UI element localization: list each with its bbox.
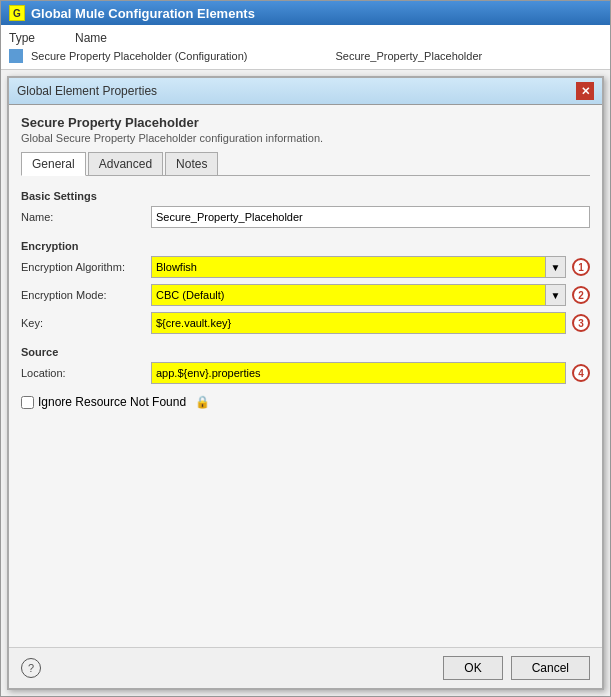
tab-notes[interactable]: Notes [165, 152, 218, 175]
close-button[interactable]: ✕ [576, 82, 594, 100]
key-label: Key: [21, 317, 151, 329]
dialog-main-title: Secure Property Placeholder [21, 115, 590, 130]
inner-dialog-title: Global Element Properties [17, 84, 157, 98]
location-input[interactable] [151, 362, 566, 384]
mode-dropdown-wrapper: ▼ [151, 284, 566, 306]
inner-title-bar: Global Element Properties ✕ [9, 78, 602, 105]
table-header: Type Name [9, 29, 602, 47]
cancel-button[interactable]: Cancel [511, 656, 590, 680]
algorithm-badge: 1 [572, 258, 590, 276]
name-column-header: Name [75, 31, 107, 45]
table-row[interactable]: Secure Property Placeholder (Configurati… [9, 47, 602, 65]
dialog-content: Secure Property Placeholder Global Secur… [9, 105, 602, 647]
tabs-container: General Advanced Notes [21, 152, 590, 176]
ignore-label: Ignore Resource Not Found [38, 395, 186, 409]
ignore-checkbox[interactable] [21, 396, 34, 409]
location-badge: 4 [572, 364, 590, 382]
location-row: Location: 4 [21, 362, 590, 384]
algorithm-input[interactable] [151, 256, 546, 278]
ignore-row: Ignore Resource Not Found 🔒 [21, 394, 590, 410]
type-badge-icon [9, 49, 23, 63]
lock-icon: 🔒 [194, 394, 210, 410]
outer-title-bar: G Global Mule Configuration Elements [1, 1, 610, 25]
algorithm-dropdown-arrow[interactable]: ▼ [546, 256, 566, 278]
encryption-label: Encryption [21, 240, 590, 252]
name-input[interactable] [151, 206, 590, 228]
algorithm-label: Encryption Algorithm: [21, 261, 151, 273]
help-button[interactable]: ? [21, 658, 41, 678]
row-type: Secure Property Placeholder (Configurati… [31, 50, 247, 62]
algorithm-row: Encryption Algorithm: ▼ 1 [21, 256, 590, 278]
ok-button[interactable]: OK [443, 656, 502, 680]
tab-advanced[interactable]: Advanced [88, 152, 163, 175]
key-input[interactable] [151, 312, 566, 334]
row-name: Secure_Property_Placeholder [335, 50, 482, 62]
mode-row: Encryption Mode: ▼ 2 [21, 284, 590, 306]
tab-general[interactable]: General [21, 152, 86, 176]
mode-input[interactable] [151, 284, 546, 306]
key-badge: 3 [572, 314, 590, 332]
mode-label: Encryption Mode: [21, 289, 151, 301]
inner-dialog: Global Element Properties ✕ Secure Prope… [7, 76, 604, 690]
location-label: Location: [21, 367, 151, 379]
type-column-header: Type [9, 31, 35, 45]
name-row: Name: [21, 206, 590, 228]
key-row: Key: 3 [21, 312, 590, 334]
name-field-label: Name: [21, 211, 151, 223]
outer-window-title: Global Mule Configuration Elements [31, 6, 255, 21]
source-label: Source [21, 346, 590, 358]
basic-settings-label: Basic Settings [21, 190, 590, 202]
dialog-subtitle: Global Secure Property Placeholder confi… [21, 132, 590, 144]
algorithm-dropdown-wrapper: ▼ [151, 256, 566, 278]
dialog-footer: ? OK Cancel [9, 647, 602, 688]
mode-dropdown-arrow[interactable]: ▼ [546, 284, 566, 306]
app-icon: G [9, 5, 25, 21]
outer-window: G Global Mule Configuration Elements Typ… [0, 0, 611, 697]
mode-badge: 2 [572, 286, 590, 304]
table-area: Type Name Secure Property Placeholder (C… [1, 25, 610, 70]
